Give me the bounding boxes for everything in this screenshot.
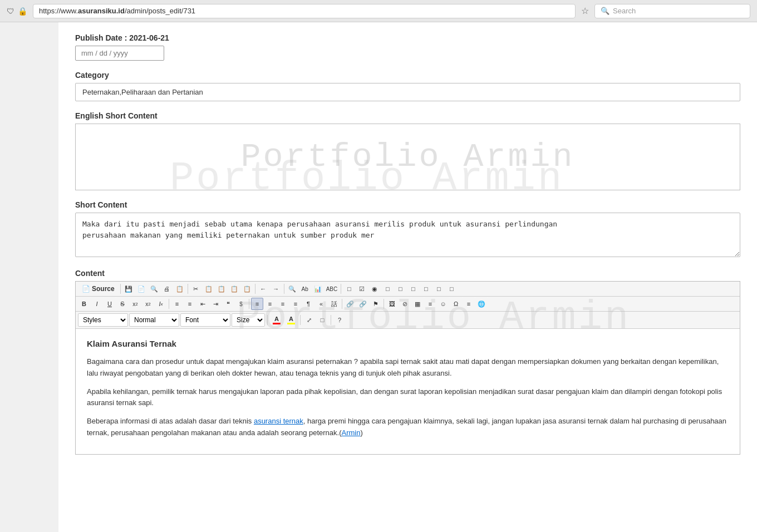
align-left-btn[interactable]: ≡: [251, 298, 263, 310]
english-short-content-section: English Short Content Portfolio Armin: [75, 111, 740, 190]
unlink-btn[interactable]: 🔗: [357, 298, 369, 310]
imagebutton-btn[interactable]: □: [432, 283, 445, 295]
new-btn[interactable]: 📄: [135, 283, 148, 295]
address-bar[interactable]: https://www.asuransiku.id/admin/posts_ed…: [33, 4, 576, 18]
url-domain: asuransiku.id: [78, 7, 125, 15]
bidi-rtl-btn[interactable]: «: [315, 298, 327, 310]
textarea-btn[interactable]: □: [394, 283, 406, 295]
format-toolbar: Styles Normal Font Size: [76, 312, 740, 329]
source-icon: 📄: [82, 285, 90, 293]
pagebreak-btn[interactable]: ≡: [463, 298, 475, 310]
print-btn[interactable]: 🖨: [161, 283, 173, 295]
select-all-btn[interactable]: 📊: [312, 283, 324, 295]
cut-btn[interactable]: ✂: [190, 283, 202, 295]
smiley-btn[interactable]: ☺: [437, 298, 449, 310]
table-btn[interactable]: ▦: [411, 298, 424, 310]
editor-heading: Klaim Asuransi Ternak: [87, 337, 729, 351]
size-wrapper: Size: [232, 313, 265, 327]
copy-btn[interactable]: 📋: [203, 283, 215, 295]
armin-link[interactable]: Armin: [342, 428, 361, 437]
content-section: Content 📄 Source 💾 📄 🔍 🖨 📋 ✂ 📋 📋 �: [75, 269, 740, 455]
radio-btn[interactable]: ◉: [368, 283, 381, 295]
align-right-btn[interactable]: ≡: [277, 298, 289, 310]
hiddenfield-btn[interactable]: □: [445, 283, 458, 295]
undo-btn[interactable]: ←: [257, 283, 269, 295]
iframe-btn[interactable]: 🌐: [475, 298, 488, 310]
blockquote-btn[interactable]: ❝: [222, 298, 234, 310]
outdent-btn[interactable]: ⇤: [196, 298, 209, 310]
align-justify-btn[interactable]: ≡: [289, 298, 302, 310]
english-short-content-box[interactable]: Portfolio Armin: [75, 124, 740, 190]
bidi-ltr-btn[interactable]: ¶: [302, 298, 314, 310]
specialchar-btn[interactable]: Ω: [450, 298, 462, 310]
bold-btn[interactable]: B: [78, 298, 90, 310]
date-input[interactable]: [75, 46, 164, 61]
checkbox-btn[interactable]: ☑: [356, 283, 368, 295]
spellcheck-btn[interactable]: ABC: [325, 283, 340, 295]
replace-btn[interactable]: Ab: [299, 283, 311, 295]
font-select[interactable]: Font: [180, 313, 230, 327]
find-btn[interactable]: 🔍: [286, 283, 298, 295]
paste-btn[interactable]: 📋: [215, 283, 228, 295]
maximize-btn[interactable]: ⤢: [303, 314, 315, 326]
bg-color-btn[interactable]: A: [284, 314, 298, 326]
search-bar[interactable]: 🔍 Search: [594, 4, 750, 18]
underline-btn[interactable]: U: [104, 298, 116, 310]
showblocks-btn[interactable]: □: [316, 314, 328, 326]
redo-btn[interactable]: →: [270, 283, 282, 295]
styles-select[interactable]: Styles: [78, 313, 128, 327]
page-content: Portfolio Armin Portfolio Armin Publish …: [58, 22, 757, 532]
asuransi-ternak-link[interactable]: asuransi ternak: [254, 417, 303, 425]
help-btn[interactable]: ?: [333, 314, 346, 326]
address-bar-actions: ☆: [581, 6, 589, 16]
toolbar-row-1: 📄 Source 💾 📄 🔍 🖨 📋 ✂ 📋 📋 📋 📋 ← →: [76, 282, 740, 297]
button-btn[interactable]: □: [420, 283, 432, 295]
url-prefix: https://www.: [39, 7, 78, 15]
size-select[interactable]: Size: [232, 313, 265, 327]
unordered-list-btn[interactable]: ≡: [184, 298, 196, 310]
align-center-btn[interactable]: ≡: [264, 298, 276, 310]
separator-10: [267, 315, 268, 325]
link-btn[interactable]: 🔗: [344, 298, 356, 310]
preview-btn[interactable]: 🔍: [148, 283, 160, 295]
italic-btn[interactable]: I: [91, 298, 103, 310]
ordered-list-btn[interactable]: ≡: [171, 298, 183, 310]
english-content-watermark: Portfolio Armin: [240, 138, 574, 176]
source-button[interactable]: 📄 Source: [78, 283, 119, 294]
lock-icon: 🔒: [18, 7, 27, 16]
separator-6: [169, 299, 169, 309]
editor-content-area[interactable]: Klaim Asuransi Ternak Bagaimana cara dan…: [76, 329, 740, 454]
short-content-textarea[interactable]: Maka dari itu pasti menjadi sebab utama …: [75, 213, 740, 257]
language2-btn[interactable]: 話: [328, 298, 340, 310]
normal-wrapper: Normal: [129, 313, 179, 327]
category-label: Category: [75, 71, 740, 80]
superscript-btn[interactable]: x2: [142, 298, 154, 310]
removeformat-btn[interactable]: Ix: [155, 298, 167, 310]
horline-btn[interactable]: ≡: [424, 298, 436, 310]
separator-4: [284, 284, 284, 294]
search-placeholder: Search: [613, 7, 636, 15]
template-btn[interactable]: 📋: [174, 283, 186, 295]
category-input[interactable]: [75, 83, 740, 101]
form-btn[interactable]: □: [343, 283, 355, 295]
image-btn[interactable]: 🖼: [386, 298, 398, 310]
paragraph-format-select[interactable]: Normal: [129, 313, 179, 327]
language-btn[interactable]: $: [235, 298, 247, 310]
select-btn[interactable]: □: [407, 283, 419, 295]
flash-btn[interactable]: ⊘: [399, 298, 411, 310]
strikethrough-btn[interactable]: S: [116, 298, 129, 310]
save-btn[interactable]: 💾: [122, 283, 135, 295]
separator-7: [249, 299, 249, 309]
paste-word-btn[interactable]: 📋: [241, 283, 253, 295]
subscript-btn[interactable]: x2: [129, 298, 141, 310]
publish-date-value: 2021-06-21: [129, 33, 169, 42]
star-icon[interactable]: ☆: [581, 6, 589, 16]
separator-12: [331, 315, 331, 325]
short-content-label: Short Content: [75, 200, 740, 209]
textfield-btn[interactable]: □: [381, 283, 394, 295]
paste-text-btn[interactable]: 📋: [228, 283, 240, 295]
browser-security-icons: 🛡 🔒: [7, 7, 27, 16]
font-color-btn[interactable]: A: [270, 314, 283, 326]
indent-btn[interactable]: ⇥: [209, 298, 222, 310]
anchor-btn[interactable]: ⚑: [370, 298, 382, 310]
